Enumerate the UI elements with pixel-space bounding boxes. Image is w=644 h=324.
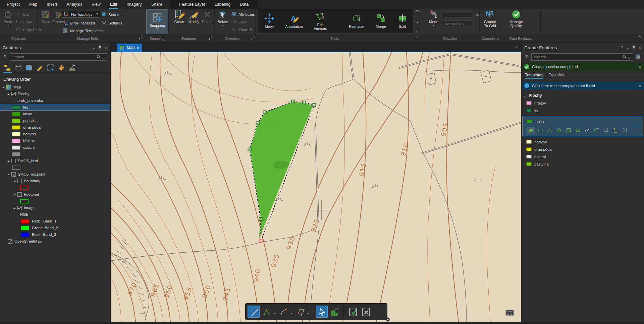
tab-list-by-selection[interactable] [25, 63, 34, 73]
status-button[interactable]: ?Status [101, 12, 119, 18]
template-item-ostatn-[interactable]: ostatní [522, 153, 644, 160]
tab-list-by-editing[interactable] [36, 63, 44, 73]
layer-tree-item-n-dvo-[interactable]: nádvoří [0, 131, 110, 137]
ribbon-contextual-tab-data[interactable]: Data [235, 0, 253, 9]
layer-tree-item-red-band-1[interactable]: Red: Band_1 [0, 218, 110, 224]
line-segment-tool[interactable] [248, 306, 260, 318]
expander-icon[interactable] [7, 173, 9, 175]
help-icon[interactable]: ? [621, 45, 623, 50]
expander-icon[interactable] [2, 86, 4, 88]
finish-part-tool[interactable] [329, 306, 341, 318]
layer-tree-item-pastvina[interactable]: pastvina [0, 117, 110, 124]
info-close-icon[interactable]: × [639, 84, 641, 87]
tab-list-by-labeling[interactable] [57, 63, 66, 73]
zoom-to-button[interactable]: Zoom To [231, 27, 254, 33]
collapse-ribbon-icon[interactable] [639, 36, 642, 39]
layer-tree-item-louka[interactable]: louka [0, 111, 110, 117]
template-item-les[interactable]: les [522, 107, 644, 114]
ribbon-tab-map[interactable]: Map [24, 0, 42, 9]
freehand-tool[interactable] [583, 127, 592, 134]
half-ellipse-tool[interactable] [592, 127, 601, 134]
template-item-louka-selected[interactable]: louka→ [522, 116, 643, 136]
symbol-swatch[interactable] [12, 105, 20, 110]
symbol-swatch[interactable] [12, 125, 20, 130]
topology-dropdown[interactable]: No Topology [62, 11, 100, 18]
tool-reshape[interactable]: Reshape [343, 10, 370, 33]
layer-tree-item-blue-band-3[interactable]: Blue: Band_3 [0, 231, 110, 238]
snapping-button[interactable]: Snapping [146, 9, 168, 34]
layer-tree-item-smo5-mozaika[interactable]: SMO5_mozaika [0, 171, 110, 178]
arc-tool-caret-icon[interactable] [290, 313, 292, 315]
create-features-menu-chevron-icon[interactable] [626, 46, 629, 49]
symbol-swatch[interactable] [12, 112, 20, 116]
cancel-sketch-button[interactable] [360, 306, 372, 318]
trace-tool[interactable] [294, 306, 306, 318]
template-forward-arrow-icon[interactable]: → [633, 122, 640, 129]
select-button[interactable]: Select [215, 10, 230, 27]
ribbon-contextual-tab-labeling[interactable]: Labeling [210, 0, 235, 9]
layer-tree-item-openstreetmap[interactable]: OpenStreetMap [0, 238, 110, 245]
ribbon-tab-view[interactable]: View [87, 0, 105, 9]
tab-favorites[interactable]: Favorites [549, 73, 565, 79]
map-view[interactable]: Map × [111, 43, 521, 322]
layer-tree-item[interactable] [0, 184, 110, 191]
symbol-swatch[interactable] [21, 226, 29, 230]
layer-tree-item-map[interactable]: Map [0, 84, 110, 90]
layer-tree-item-green-band-2[interactable]: Green: Band_2 [0, 224, 110, 231]
elevation-unit-dropdown[interactable]: m [475, 11, 479, 18]
gallery-scroll-up-icon[interactable] [416, 10, 419, 13]
expander-icon[interactable] [13, 180, 15, 182]
square-tool[interactable] [564, 127, 573, 134]
layer-tree-item-image[interactable]: Image [0, 204, 110, 211]
symbol-swatch[interactable] [12, 132, 20, 136]
segment-tool-caret-icon[interactable] [274, 313, 276, 315]
ground-to-grid-button[interactable]: N Ground To Grid [482, 10, 498, 28]
tab-list-by-imagery[interactable] [68, 63, 76, 73]
cut-button[interactable]: Cut [16, 11, 29, 17]
autocomplete-polygon-tool[interactable] [602, 127, 610, 134]
create-features-close-icon[interactable]: × [639, 46, 641, 49]
tool-edit-vertices[interactable]: Edit Vertices [307, 10, 333, 33]
template-item-h-bitov[interactable]: hřbitov [522, 100, 644, 107]
clear-button[interactable]: Clear [231, 19, 248, 25]
template-filter-icon[interactable] [524, 54, 529, 60]
error-inspector-button[interactable]: Error Inspector [63, 20, 95, 26]
ribbon-tab-insert[interactable]: Insert [42, 0, 62, 9]
layer-tree-item-ostatn-[interactable]: ostatní [0, 144, 110, 151]
contents-pin-icon[interactable] [98, 46, 101, 50]
layer-tree-item-rgb[interactable]: RGB [0, 211, 110, 218]
filter-icon[interactable] [3, 54, 7, 60]
stamp-tool[interactable] [611, 127, 620, 134]
expander-icon[interactable] [7, 93, 9, 95]
symbol-swatch[interactable] [12, 152, 20, 156]
layer-tree-item-footprint[interactable]: Footprint [0, 191, 110, 198]
tool-annotation[interactable]: AAnnotation [281, 10, 307, 33]
map-view-tab[interactable]: Map × [117, 44, 142, 52]
delete-button[interactable]: Delete [200, 10, 215, 24]
map-tab-close-icon[interactable]: × [137, 45, 139, 50]
contents-close-icon[interactable]: × [105, 46, 107, 49]
symbol-outline-swatch[interactable] [20, 186, 29, 190]
gallery-scroll-down-icon[interactable] [416, 20, 419, 23]
contents-menu-chevron-icon[interactable] [92, 46, 95, 49]
templates-info-bar[interactable]: i Click here to see templates not listed… [522, 81, 644, 90]
trace-tool-caret-icon[interactable] [307, 313, 309, 315]
template-search-input[interactable]: Search [531, 53, 633, 61]
tool-split[interactable]: Split [392, 10, 413, 33]
copy-path-button[interactable]: Copy Path [16, 27, 41, 33]
layer-checkbox[interactable] [17, 206, 22, 210]
ribbon-tab-edit[interactable]: Edit [105, 0, 122, 9]
manage-edits-launcher-icon[interactable] [139, 37, 143, 40]
layer-tree-item-h-bitov[interactable]: hřbitov [0, 137, 110, 144]
map-canvas[interactable]: 970965960955950945940935930925915910905 [111, 52, 521, 322]
features-launcher-icon[interactable] [209, 37, 213, 40]
symbol-swatch[interactable] [21, 233, 29, 237]
elevation-value-field[interactable] [443, 11, 474, 18]
manage-templates-pane-icon[interactable] [636, 54, 641, 60]
layer-checkbox[interactable] [11, 172, 16, 177]
line-tool[interactable] [545, 127, 554, 134]
view-list-chevron-icon[interactable] [515, 45, 518, 48]
layer-tree-item--all-other-values-[interactable] [0, 151, 110, 157]
manage-templates-button[interactable]: Manage Templates [63, 28, 103, 34]
attributes-button[interactable]: Attributes [231, 11, 255, 17]
